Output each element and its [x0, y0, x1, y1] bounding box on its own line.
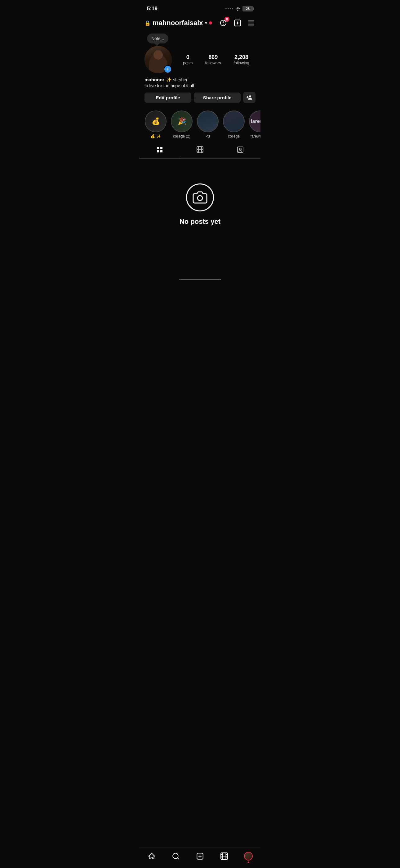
highlight-label: 💰 ✨ — [151, 134, 161, 138]
highlight-item[interactable]: 🎉 college (2) — [171, 111, 193, 138]
tagged-icon — [237, 146, 244, 155]
no-posts-label: No posts yet — [179, 218, 221, 226]
bio-section: mahnoor ✨ she/her to live for the hope o… — [144, 77, 256, 88]
new-post-button[interactable] — [233, 19, 242, 27]
username-text: mahnoorfaisalx — [153, 19, 203, 27]
home-indicator — [139, 275, 261, 286]
highlight-circle: 💰 — [145, 111, 167, 132]
header: 🔒 mahnoorfaisalx ▾ 8 — [139, 16, 261, 30]
bio-name: mahnoor — [144, 77, 164, 82]
wifi-icon — [235, 6, 241, 11]
svg-rect-6 — [157, 147, 159, 149]
highlight-label: farewell '22 — [251, 134, 261, 138]
add-person-button[interactable] — [243, 92, 256, 103]
highlight-label: college (2) — [173, 134, 190, 138]
share-profile-button[interactable]: Share profile — [194, 93, 241, 103]
bio-name-emoji: ✨ — [166, 77, 172, 82]
hamburger-icon — [247, 19, 255, 27]
highlight-label: <3 — [206, 134, 210, 138]
threads-badge: 8 — [225, 17, 229, 22]
highlight-circle: farewell — [249, 111, 261, 132]
highlights-scroll: 💰 💰 ✨ 🎉 college (2) <3 college farewell … — [139, 107, 261, 141]
camera-icon — [193, 190, 207, 205]
tabs-bar — [139, 142, 261, 159]
bio-pronouns: she/her — [173, 77, 188, 82]
highlight-circle: 🎉 — [171, 111, 193, 132]
edit-profile-button[interactable]: Edit profile — [144, 93, 191, 103]
bio-text: to live for the hope of it all — [144, 83, 256, 88]
no-posts-area: No posts yet — [139, 159, 261, 244]
highlight-item[interactable]: <3 — [197, 111, 219, 138]
home-bar — [179, 279, 221, 280]
menu-button[interactable] — [247, 19, 256, 27]
highlight-circle — [223, 111, 245, 132]
chevron-down-icon: ▾ — [205, 21, 207, 26]
posts-count: 0 — [186, 54, 190, 61]
avatar-wrap[interactable]: + — [144, 46, 172, 73]
svg-rect-8 — [157, 150, 159, 152]
tab-tagged[interactable] — [220, 142, 261, 158]
highlight-item[interactable]: 💰 💰 ✨ — [144, 111, 167, 138]
reels-icon — [196, 146, 204, 155]
bio-name-line: mahnoor ✨ she/her — [144, 77, 256, 83]
following-label: following — [233, 61, 249, 65]
highlight-item[interactable]: farewell farewell '22 — [249, 111, 261, 138]
posts-stat[interactable]: 0 posts — [183, 54, 193, 65]
grid-icon — [156, 146, 163, 155]
add-avatar-button[interactable]: + — [164, 65, 172, 73]
svg-rect-7 — [160, 147, 163, 149]
profile-top-row: + 0 posts 869 followers 2,208 following — [144, 46, 256, 73]
followers-label: followers — [205, 61, 221, 65]
svg-point-13 — [198, 195, 202, 200]
status-bar: 5:19 28 — [139, 0, 261, 16]
plus-square-icon — [233, 19, 241, 27]
followers-count: 869 — [208, 54, 218, 61]
tab-reels[interactable] — [180, 142, 220, 158]
online-indicator — [209, 22, 212, 25]
highlight-item[interactable]: college — [223, 111, 245, 138]
status-icons: 28 — [226, 6, 253, 11]
add-person-icon — [246, 94, 253, 101]
svg-rect-9 — [160, 150, 163, 152]
highlight-label: college — [228, 134, 240, 138]
header-actions: 8 — [218, 18, 256, 28]
action-buttons: Edit profile Share profile — [144, 92, 256, 103]
note-bubble[interactable]: Note... — [147, 34, 168, 43]
stats-row: 0 posts 869 followers 2,208 following — [177, 54, 256, 65]
tab-grid[interactable] — [139, 142, 180, 158]
svg-point-12 — [239, 148, 241, 150]
following-count: 2,208 — [234, 54, 248, 61]
battery-icon: 28 — [242, 6, 253, 11]
username-section[interactable]: 🔒 mahnoorfaisalx ▾ — [144, 19, 216, 27]
note-text: Note... — [151, 36, 164, 41]
signal-icon — [226, 8, 233, 9]
threads-button[interactable]: 8 — [218, 18, 228, 28]
lock-icon: 🔒 — [144, 20, 151, 26]
camera-circle — [186, 183, 214, 211]
highlight-circle — [197, 111, 219, 132]
status-time: 5:19 — [147, 6, 158, 12]
followers-stat[interactable]: 869 followers — [205, 54, 221, 65]
profile-section: Note... + 0 posts 869 followers 2,208 fo… — [139, 30, 261, 107]
posts-label: posts — [183, 61, 193, 65]
following-stat[interactable]: 2,208 following — [233, 54, 249, 65]
